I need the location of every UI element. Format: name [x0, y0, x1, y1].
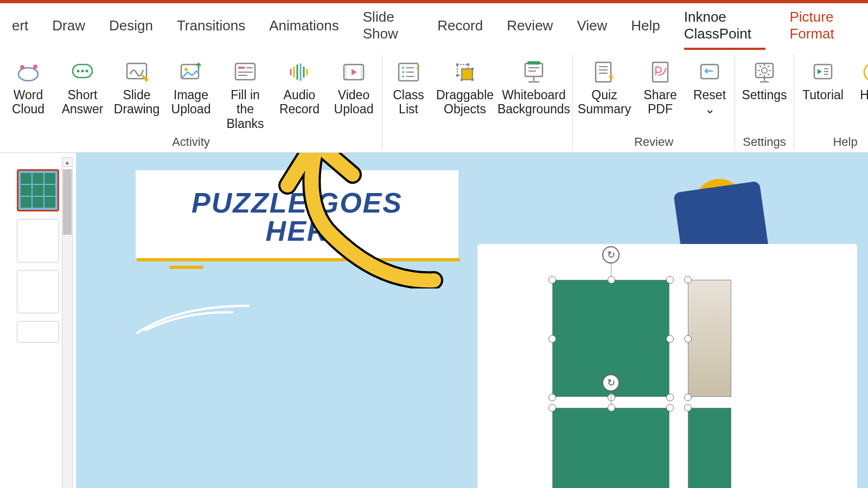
- slide-thumbnail-panel: ▲: [0, 153, 76, 488]
- scrollbar-track[interactable]: [62, 169, 73, 488]
- menu-transitions[interactable]: Transitions: [165, 17, 257, 34]
- svg-point-26: [402, 71, 404, 73]
- label: Cloud: [12, 102, 44, 116]
- ribbon: Word Cloud Short Answer Slide Drawing: [0, 50, 868, 153]
- menu-help[interactable]: Help: [619, 17, 672, 34]
- label: Share: [643, 88, 676, 102]
- slide-thumbnail-4[interactable]: [17, 321, 59, 343]
- settings-button[interactable]: Settings: [739, 54, 789, 135]
- quiz-summary-button[interactable]: Quiz Summary: [577, 54, 631, 135]
- label: Summary: [578, 102, 631, 116]
- word-cloud-button[interactable]: Word Cloud: [4, 54, 52, 135]
- svg-rect-11: [238, 67, 245, 69]
- reset-button[interactable]: Reset ⌄: [689, 54, 730, 135]
- menu-slideshow[interactable]: Slide Show: [351, 9, 426, 42]
- svg-point-33: [467, 63, 470, 66]
- label: Backgrounds: [497, 102, 570, 116]
- svg-point-1: [20, 65, 24, 69]
- decorative-strokes: [135, 300, 254, 338]
- menu-picture-format[interactable]: Picture Format: [777, 9, 868, 42]
- slide-thumbnail-1[interactable]: [17, 169, 59, 211]
- class-list-button[interactable]: ★ Class List: [387, 54, 430, 149]
- svg-rect-31: [462, 69, 473, 80]
- label: Help: [860, 88, 868, 102]
- menu-draw[interactable]: Draw: [40, 17, 97, 34]
- resize-handle[interactable]: [684, 394, 692, 401]
- help-button[interactable]: ? Help: [854, 54, 868, 135]
- menu-bar: ert Draw Design Transitions Animations S…: [0, 3, 868, 50]
- fill-blanks-icon: [232, 56, 258, 88]
- svg-point-28: [402, 75, 404, 78]
- label: Blanks: [226, 117, 264, 131]
- workspace: ▲ PUZZLE GOES HER: [0, 153, 868, 488]
- slide-drawing-button[interactable]: Slide Drawing: [113, 54, 161, 135]
- slide-thumbnail-2[interactable]: [17, 219, 59, 262]
- resize-handle[interactable]: [684, 276, 692, 284]
- ribbon-group-tools: ★ Class List Draggable Objects Whiteboar…: [382, 54, 573, 150]
- ribbon-group-review: Quiz Summary Share PDF Reset ⌄ Review: [573, 54, 735, 150]
- rotate-handle[interactable]: [602, 246, 620, 264]
- resize-handle[interactable]: [608, 394, 615, 401]
- ribbon-group-settings: Settings Settings: [735, 54, 794, 150]
- scroll-up-button[interactable]: ▲: [62, 157, 73, 167]
- audio-record-button[interactable]: Audio Record: [276, 54, 323, 135]
- svg-point-36: [471, 79, 474, 81]
- rotate-handle[interactable]: [602, 374, 620, 391]
- group-label-tools: [387, 149, 568, 150]
- tutorial-button[interactable]: Tutorial: [799, 54, 847, 135]
- menu-animations[interactable]: Animations: [257, 17, 351, 34]
- tutorial-icon: [810, 56, 836, 88]
- selected-puzzle-piece-3[interactable]: [688, 280, 731, 397]
- resize-handle[interactable]: [666, 276, 674, 284]
- group-label-settings: Settings: [739, 135, 789, 150]
- help-icon: ?: [860, 56, 868, 88]
- selected-puzzle-piece-4[interactable]: [688, 408, 731, 488]
- scrollbar-thumb[interactable]: [63, 170, 72, 235]
- image-upload-button[interactable]: Image Upload: [167, 54, 215, 135]
- resize-handle[interactable]: [666, 404, 674, 412]
- label: Reset: [693, 88, 726, 102]
- menu-record[interactable]: Record: [425, 17, 495, 34]
- video-upload-button[interactable]: Video Upload: [330, 54, 378, 135]
- svg-point-34: [456, 74, 459, 77]
- ribbon-group-help: Tutorial ? Help Help: [794, 54, 868, 150]
- menu-design[interactable]: Design: [97, 17, 165, 34]
- label: Drawing: [114, 102, 159, 116]
- selected-puzzle-piece-2[interactable]: [552, 408, 669, 488]
- slide-canvas[interactable]: PUZZLE GOES HER: [76, 153, 868, 488]
- draggable-objects-button[interactable]: Draggable Objects: [437, 54, 493, 149]
- svg-point-4: [77, 70, 80, 73]
- menu-inknoe-classpoint[interactable]: Inknoe ClassPoint: [672, 9, 778, 42]
- resize-handle[interactable]: [608, 276, 615, 284]
- resize-handle[interactable]: [666, 394, 674, 401]
- label: Whiteboard: [502, 88, 566, 102]
- label: Answer: [62, 102, 104, 116]
- menu-review[interactable]: Review: [495, 17, 565, 34]
- resize-handle[interactable]: [608, 404, 615, 412]
- label: Word: [14, 88, 43, 102]
- short-answer-button[interactable]: Short Answer: [59, 54, 106, 135]
- whiteboard-icon: [521, 56, 547, 88]
- svg-rect-39: [527, 61, 540, 65]
- svg-point-9: [184, 68, 188, 71]
- resize-handle[interactable]: [548, 276, 556, 284]
- resize-handle[interactable]: [684, 335, 692, 343]
- label: Record: [279, 102, 320, 116]
- share-pdf-button[interactable]: Share PDF: [638, 54, 682, 135]
- label: Short: [68, 88, 98, 102]
- ribbon-group-activity: Word Cloud Short Answer Slide Drawing: [0, 54, 382, 150]
- svg-point-23: [402, 67, 404, 69]
- svg-rect-54: [814, 65, 832, 79]
- fill-blanks-button[interactable]: Fill in the Blanks: [221, 54, 269, 135]
- slide-thumbnail-3[interactable]: [17, 270, 59, 313]
- whiteboard-button[interactable]: Whiteboard Backgrounds: [500, 54, 568, 149]
- resize-handle[interactable]: [548, 394, 556, 401]
- resize-handle[interactable]: [684, 404, 692, 412]
- svg-point-58: [864, 63, 868, 81]
- resize-handle[interactable]: [548, 404, 556, 412]
- menu-insert[interactable]: ert: [0, 17, 40, 34]
- menu-view[interactable]: View: [565, 17, 619, 34]
- label: List: [399, 102, 418, 116]
- resize-handle[interactable]: [548, 335, 556, 343]
- resize-handle[interactable]: [666, 335, 674, 343]
